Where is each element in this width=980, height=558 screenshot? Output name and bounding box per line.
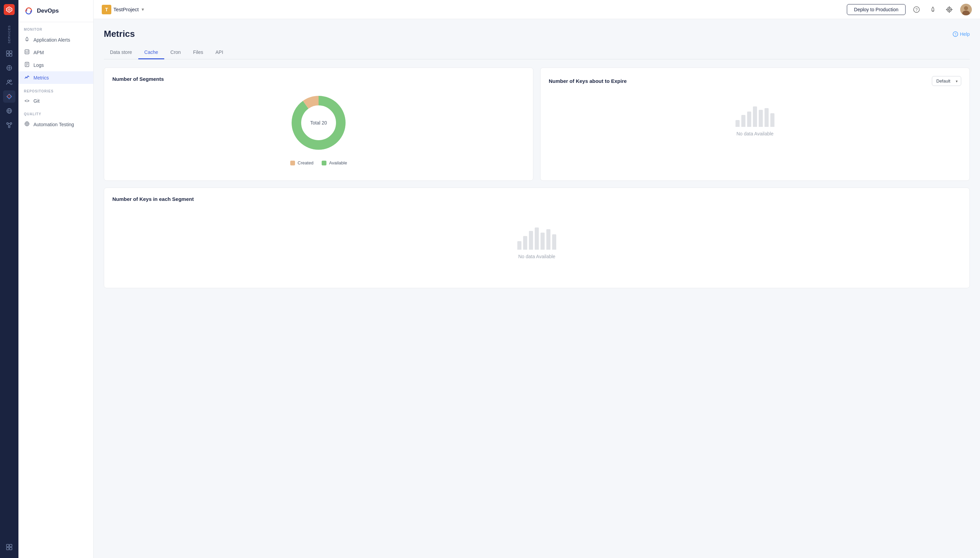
seg-bar-2	[523, 236, 527, 249]
sidebar-item-logs[interactable]: Logs	[18, 59, 93, 71]
svg-point-55	[296, 101, 341, 145]
tab-datastore[interactable]: Data store	[104, 46, 138, 59]
dropdown-wrapper: Default ▾	[932, 76, 961, 86]
rail-puzzle-icon[interactable]	[3, 62, 15, 74]
svg-rect-22	[7, 547, 9, 550]
svg-point-24	[25, 10, 26, 11]
automation-testing-label: Automation Testing	[33, 122, 74, 127]
svg-point-35	[26, 77, 26, 78]
keys-segment-title: Number of Keys in each Segment	[112, 196, 961, 202]
sidebar-item-git[interactable]: <> Git	[18, 95, 93, 107]
seg-bar-5	[540, 233, 545, 249]
svg-point-37	[28, 76, 29, 77]
svg-point-14	[7, 123, 8, 125]
tab-cache[interactable]: Cache	[138, 46, 164, 59]
keys-segment-empty-bars	[517, 229, 556, 249]
bell-icon	[24, 36, 30, 43]
icon-rail: Services	[0, 0, 18, 558]
seg-bar-4	[535, 228, 539, 249]
svg-point-48	[947, 7, 952, 11]
donut-chart: Total 20	[288, 92, 349, 153]
svg-point-51	[964, 6, 968, 10]
svg-point-39	[26, 123, 28, 125]
keys-expire-card: Number of Keys about to Expire Default ▾	[540, 67, 970, 181]
bar-5	[759, 110, 763, 127]
settings-icon[interactable]	[944, 4, 955, 15]
svg-rect-4	[7, 54, 9, 56]
keys-expire-title: Number of Keys about to Expire	[549, 78, 627, 84]
apm-label: APM	[33, 50, 44, 55]
rail-diamond-icon[interactable]	[3, 90, 15, 103]
project-name: TestProject	[114, 7, 138, 12]
sidebar-header: DevOps	[18, 0, 93, 22]
bar-1	[736, 120, 740, 127]
keys-expire-dropdown[interactable]: Default	[932, 76, 961, 86]
sidebar: DevOps Monitor Application Alerts APM	[18, 0, 94, 558]
svg-rect-5	[10, 54, 12, 56]
services-label: Services	[8, 25, 11, 43]
sidebar-item-metrics[interactable]: Metrics	[18, 71, 93, 84]
metrics-icon	[24, 74, 30, 81]
rail-apps-bottom-icon[interactable]	[3, 541, 15, 553]
notifications-icon[interactable]	[927, 4, 938, 15]
sidebar-item-application-alerts[interactable]: Application Alerts	[18, 33, 93, 46]
deploy-to-production-button[interactable]: Deploy to Production	[847, 4, 906, 15]
svg-line-19	[10, 124, 11, 126]
app-logo[interactable]	[4, 4, 15, 15]
created-dot	[290, 161, 295, 166]
top-cards-row: Number of Segments Total 20	[104, 67, 970, 181]
segments-card: Number of Segments Total 20	[104, 67, 534, 181]
svg-point-10	[10, 80, 12, 82]
svg-rect-2	[7, 51, 9, 53]
page-header: Metrics ? Help	[104, 29, 970, 39]
keys-segment-no-data-text: No data Available	[518, 254, 555, 259]
donut-container: Total 20 Created Available	[112, 89, 525, 172]
git-label: Git	[33, 98, 40, 104]
tab-files[interactable]: Files	[187, 46, 209, 59]
main-area: T TestProject ▼ Deploy to Production ?	[94, 0, 980, 558]
project-avatar: T	[102, 5, 111, 14]
svg-point-49	[949, 8, 950, 10]
rail-connect-icon[interactable]	[3, 119, 15, 131]
page-title: Metrics	[104, 29, 135, 39]
legend-available: Available	[322, 160, 347, 166]
quality-section-label: Quality	[18, 107, 93, 118]
top-nav: T TestProject ▼ Deploy to Production ?	[94, 0, 980, 19]
chevron-down-icon: ▼	[141, 7, 145, 12]
rail-grid-icon[interactable]	[3, 48, 15, 60]
tabs-bar: Data store Cache Cron Files API	[104, 46, 970, 59]
keys-segment-card: Number of Keys in each Segment No data A…	[104, 187, 970, 288]
automation-icon	[24, 121, 30, 128]
help-icon[interactable]: ?	[911, 4, 922, 15]
rail-users-icon[interactable]	[3, 76, 15, 89]
tab-api[interactable]: API	[209, 46, 229, 59]
repositories-section-label: Repositories	[18, 84, 93, 95]
keys-segment-no-data: No data Available	[112, 209, 961, 280]
svg-rect-3	[10, 51, 12, 53]
svg-point-9	[8, 80, 10, 82]
seg-bar-6	[546, 229, 550, 249]
sidebar-title: DevOps	[37, 8, 59, 14]
svg-rect-23	[10, 547, 12, 550]
keys-expire-header: Number of Keys about to Expire Default ▾	[549, 76, 961, 86]
available-dot	[322, 161, 326, 166]
sidebar-item-apm[interactable]: APM	[18, 46, 93, 59]
svg-marker-1	[8, 8, 11, 11]
apm-icon	[24, 49, 30, 56]
available-label: Available	[329, 160, 347, 166]
project-selector[interactable]: T TestProject ▼	[102, 5, 145, 14]
help-link[interactable]: ? Help	[953, 31, 970, 37]
svg-point-15	[10, 123, 12, 125]
user-avatar[interactable]	[960, 4, 972, 15]
rail-globe-icon[interactable]	[3, 105, 15, 117]
svg-rect-21	[10, 544, 12, 547]
svg-text:?: ?	[916, 8, 918, 12]
svg-line-18	[8, 124, 9, 126]
bar-7	[770, 113, 774, 127]
sidebar-item-automation-testing[interactable]: Automation Testing	[18, 118, 93, 131]
svg-point-36	[26, 77, 28, 79]
git-icon: <>	[24, 98, 30, 103]
legend-created: Created	[290, 160, 313, 166]
tab-cron[interactable]: Cron	[164, 46, 187, 59]
svg-point-16	[8, 126, 10, 128]
